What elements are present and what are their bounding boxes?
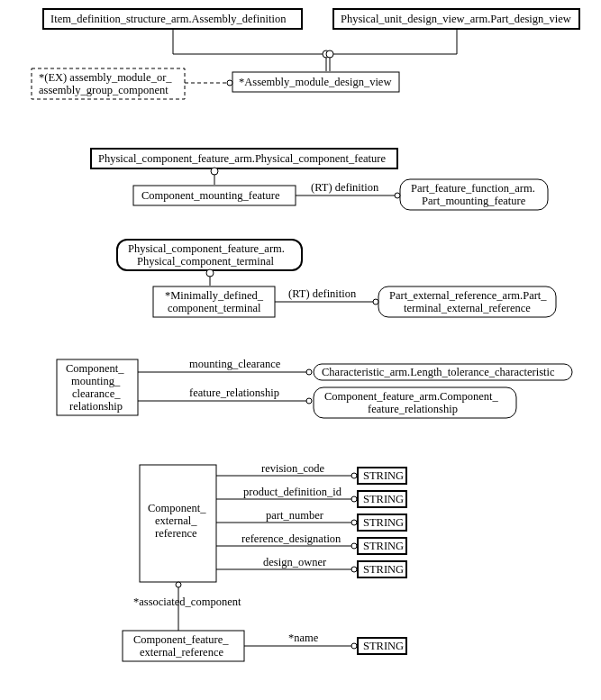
constraint-marker: [227, 80, 232, 86]
label-cfer-l1: Component_feature_: [133, 633, 229, 646]
attr-label-2: part_number: [266, 509, 324, 522]
attr-row: design_owner STRING: [216, 556, 406, 577]
label-cmcr-l2: mounting_: [71, 375, 121, 387]
label-part-term-ext-ref-l1: Part_external_reference_arm.Part_: [389, 289, 547, 302]
attr-marker: [395, 193, 400, 198]
inherit-marker: [326, 50, 333, 58]
label-part-design-view: Physical_unit_design_view_arm.Part_desig…: [341, 13, 571, 25]
attr-marker: [351, 643, 357, 649]
label-cmcr-l1: Component_: [66, 362, 124, 375]
svg-point-4: [351, 567, 357, 572]
label-assembly-module-design-view: *Assembly_module_design_view: [239, 76, 391, 88]
label-cmcr-l4: relationship: [69, 400, 123, 413]
edge-associated-component: *associated_component: [133, 595, 241, 608]
inherit-marker: [206, 269, 214, 277]
attr-type-2: STRING: [363, 516, 404, 529]
label-comp-feat-rel-l1: Component_feature_arm.Component_: [324, 390, 498, 403]
attr-marker: [306, 369, 312, 375]
label-part-term-ext-ref-l2: terminal_external_reference: [404, 302, 531, 314]
label-comp-feat-rel-l2: feature_relationship: [368, 403, 458, 415]
label-part-mounting-feature-l2: Part_mounting_feature: [422, 195, 526, 207]
attr-marker: [306, 398, 312, 404]
label-cmcr-l3: clearance_: [72, 387, 121, 400]
inherit-marker: [211, 168, 218, 175]
label-component-mounting-feature: Component_mounting_feature: [141, 189, 280, 202]
svg-point-2: [351, 520, 357, 525]
attr-label-3: reference_designation: [241, 532, 341, 545]
attr-row: product_definition_id STRING: [216, 486, 406, 507]
label-constraint-l2: assembly_group_component: [39, 84, 168, 96]
attr-row: reference_designation STRING: [216, 532, 406, 554]
attr-type-4: STRING: [363, 563, 404, 576]
label-phys-comp-term-l2: Physical_component_terminal: [137, 255, 275, 268]
attr-row: revision_code STRING: [216, 462, 406, 484]
edge-rt-definition-1: (RT) definition: [311, 181, 379, 194]
label-phys-comp-term-l1: Physical_component_feature_arm.: [128, 242, 285, 255]
label-cfer-l2: external_reference: [140, 646, 223, 659]
svg-point-0: [351, 473, 357, 478]
edge-rt-definition-2: (RT) definition: [288, 287, 357, 300]
label-cer-l3: reference: [155, 527, 197, 540]
attr-marker: [373, 299, 378, 305]
attr-marker: [176, 582, 181, 587]
label-assembly-definition: Item_definition_structure_arm.Assembly_d…: [50, 13, 287, 25]
attr-type-3: STRING: [363, 540, 404, 552]
label-length-tol: Characteristic_arm.Length_tolerance_char…: [322, 366, 555, 378]
label-min-def-l2: component_terminal: [168, 302, 261, 314]
attr-type-0: STRING: [363, 469, 404, 482]
label-cer-l2: external_: [155, 514, 197, 527]
label-physical-component-feature: Physical_component_feature_arm.Physical_…: [98, 152, 386, 165]
edge-feature-relationship: feature_relationship: [189, 386, 279, 399]
label-cer-l1: Component_: [148, 502, 206, 514]
edge-mounting-clearance: mounting_clearance: [189, 358, 281, 370]
attr-label-1: product_definition_id: [243, 486, 342, 498]
attr-row: part_number STRING: [216, 509, 406, 531]
svg-point-3: [351, 543, 357, 549]
attr-label-0: revision_code: [261, 462, 325, 475]
label-min-def-l1: *Minimally_defined_: [165, 289, 264, 302]
attr-label-4: design_owner: [263, 556, 327, 568]
edge-name: *name: [288, 632, 319, 644]
svg-point-1: [351, 496, 357, 502]
label-bottom-type: STRING: [363, 640, 404, 652]
label-constraint-l1: *(EX) assembly_module_or_: [39, 71, 172, 84]
label-part-mounting-feature-l1: Part_feature_function_arm.: [411, 182, 535, 195]
attr-type-1: STRING: [363, 493, 404, 505]
